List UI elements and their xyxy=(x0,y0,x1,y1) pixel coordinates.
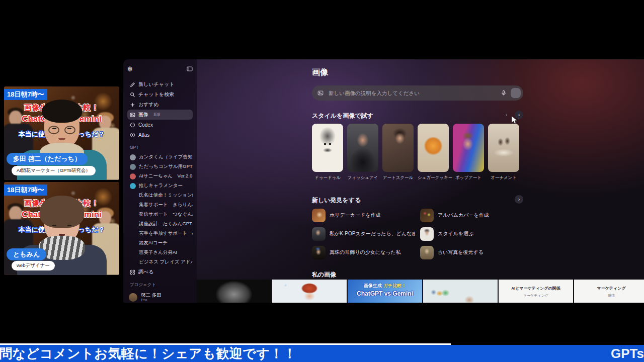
gpt-label: 恵美子さん分身AI xyxy=(139,249,177,256)
discover-item[interactable]: 私がK-POPスターだったら、どんな感じ？ xyxy=(312,227,415,241)
thumb-text: 画像生成 xyxy=(364,283,382,288)
sidebar-gpt-item[interactable]: 講座設計 たくみんGPT xyxy=(127,219,193,229)
style-card[interactable]: シュガークッキー xyxy=(418,124,449,181)
search-icon xyxy=(130,92,135,98)
my-image-thumb-chatgpt-vs-gemini[interactable]: 画像生成ガチ比較！ ChatGPT vs Gemini xyxy=(348,280,422,303)
chatgpt-logo-icon: ✻ xyxy=(127,66,133,72)
thumb-text: マーケティング xyxy=(574,286,644,291)
style-card-image-sugar-cookie xyxy=(418,124,449,172)
image-icon xyxy=(317,90,324,96)
discover-item[interactable]: ホリデーカードを作成 xyxy=(312,208,415,222)
sidebar-item-new-chat[interactable]: 新しいチャット xyxy=(127,79,193,89)
gpt-label: 推しキャラメンター xyxy=(139,183,183,189)
sidebar-gpt-item[interactable]: ビジネス ブレイズ アドバイザ… xyxy=(127,257,193,267)
sidebar-gpt-item[interactable]: 氏名は使命！ミッション鑑定士 xyxy=(127,191,193,200)
sidebar-item-explore[interactable]: 調べる xyxy=(127,267,193,277)
style-card-label: ドゥードゥル xyxy=(312,175,343,181)
chevron-left-icon[interactable]: ‹ xyxy=(502,111,511,119)
webcam-overlay-guest: 18日朝7時〜 画像生成 ガチ比較！ ChatGPT vs Gemini 本当に… xyxy=(4,182,119,275)
sidebar-gpt-item[interactable]: ただっちコンサル用GPT xyxy=(127,162,193,171)
gpt-avatar xyxy=(130,164,136,170)
sidebar-item-recommended[interactable]: おすすめ xyxy=(127,100,193,110)
gpt-avatar xyxy=(130,231,136,237)
style-card[interactable]: アートスクール xyxy=(382,124,414,181)
my-image-thumb-diagram-illustration[interactable] xyxy=(423,280,498,303)
gpt-section-header: GPT xyxy=(130,145,190,151)
discover-section-title: 新しい発見をする xyxy=(312,196,361,205)
sidebar-gpt-item[interactable]: 恵美子さん分身AI xyxy=(127,248,193,257)
new-chat-icon xyxy=(130,82,135,87)
discover-item[interactable]: アルバムカバーを作成 xyxy=(420,208,523,222)
sidebar: ✻ 新しいチャット チャットを検索 おすすめ 画像 新規 xyxy=(123,59,197,303)
codex-icon xyxy=(130,122,135,128)
sidebar-gpt-item[interactable]: 苦手を手放すサポート むす… xyxy=(127,229,193,238)
style-card[interactable]: ポップアート xyxy=(453,124,484,181)
discover-item[interactable]: 真珠の耳飾りの少女になった私 xyxy=(312,245,415,259)
stream-canvas: ✻ 新しいチャット チャットを検索 おすすめ 画像 新規 xyxy=(0,0,644,362)
prompt-bar[interactable] xyxy=(312,85,523,101)
chevron-right-icon[interactable]: › xyxy=(515,195,523,204)
gpt-avatar xyxy=(130,173,136,179)
gpt-label: ただっちコンサル用GPT xyxy=(139,163,193,170)
sidebar-item-label: 調べる xyxy=(138,268,153,276)
gpt-avatar xyxy=(130,202,136,208)
sidebar-item-codex[interactable]: Codex xyxy=(127,120,193,130)
gpt-label: 氏名は使命！ミッション鑑定士 xyxy=(139,192,193,199)
role-tag: AI開花マーケター（GPTs研究会） xyxy=(12,166,96,175)
sidebar-item-label: Atlas xyxy=(138,132,149,138)
style-card[interactable]: ドゥードゥル xyxy=(312,124,343,181)
style-card[interactable]: オーナメント xyxy=(488,124,519,181)
style-card-label: フィッシュアイ xyxy=(347,175,378,181)
my-image-thumb-monochrome-portrait[interactable] xyxy=(197,280,271,303)
discover-item[interactable]: スタイルを選ぶ xyxy=(420,227,523,241)
sidebar-gpt-item[interactable]: AIサニーちゃん Ver.2.0 xyxy=(127,171,193,181)
sidebar-gpt-item[interactable]: 集客サポート きらりんAI xyxy=(127,200,193,210)
sidebar-toggle-icon[interactable] xyxy=(187,66,193,72)
my-image-thumb-clay-character[interactable] xyxy=(272,280,347,303)
gpt-label: 苦手を手放すサポート むす… xyxy=(139,230,193,237)
sidebar-item-images[interactable]: 画像 新規 xyxy=(127,110,193,120)
style-card-label: オーナメント xyxy=(488,175,519,181)
style-card[interactable]: フィッシュアイ xyxy=(347,124,378,181)
thumb-text: マーケティング xyxy=(499,293,573,298)
discover-item[interactable]: 古い写真を復元する xyxy=(420,245,523,259)
projects-section-header: プロジェクト xyxy=(130,282,190,288)
profile-name: 啓二 多田 xyxy=(141,292,162,298)
sidebar-gpt-item[interactable]: カンタくん（ライブ告知ライ… xyxy=(127,152,193,162)
image-icon xyxy=(130,112,135,118)
sidebar-gpt-item[interactable]: 推しキャラメンター xyxy=(127,181,193,191)
gpt-avatar xyxy=(130,221,136,227)
sidebar-item-search-chats[interactable]: チャットを検索 xyxy=(127,89,193,100)
my-image-thumb-marketing-emotion-slide[interactable]: マーケティング 感情 xyxy=(574,280,644,303)
schedule-badge: 18日朝7時〜 xyxy=(4,185,47,196)
images-page: 画像 スタイルを画像で試す ‹ › ドゥードゥル フィッシュアイ アートスクール xyxy=(197,59,644,303)
discover-label: ホリデーカードを作成 xyxy=(330,212,380,219)
gpt-avatar xyxy=(130,250,136,256)
account-menu[interactable]: 啓二 多田 Pro xyxy=(127,292,193,302)
microphone-icon[interactable] xyxy=(501,90,507,96)
name-tag: ともみん xyxy=(7,248,46,260)
style-card-label: アートスクール xyxy=(382,175,414,181)
sidebar-item-atlas[interactable]: Atlas xyxy=(127,130,193,140)
voice-mode-button[interactable] xyxy=(511,88,521,98)
gpt-avatar xyxy=(130,212,136,218)
discover-label: 古い写真を復元する xyxy=(438,249,484,256)
ticker-right-text: GPTs xyxy=(611,346,644,361)
my-image-thumb-marketing-slide[interactable]: AIとマーケティングの関係 マーケティング xyxy=(499,280,573,303)
discover-thumb-choose-style xyxy=(420,227,434,241)
prompt-input[interactable] xyxy=(328,89,497,97)
schedule-badge: 18日朝7時〜 xyxy=(4,89,47,100)
gpt-avatar xyxy=(130,154,136,160)
gpt-label: 親友AIコーチ xyxy=(139,240,168,246)
discover-carousel-arrows: › xyxy=(515,195,523,204)
ticker-bar: 問などコメントお気軽に！シェアも歓迎です！！ GPTs xyxy=(0,345,644,362)
discover-thumb-pearl-earring xyxy=(312,246,326,259)
sidebar-gpt-item[interactable]: 親友AIコーチ xyxy=(127,238,193,248)
style-cards-row: ドゥードゥル フィッシュアイ アートスクール シュガークッキー ポップアート オ… xyxy=(312,124,519,181)
style-card-label: ポップアート xyxy=(453,175,484,181)
thumb-text: ChatGPT vs Gemini xyxy=(348,290,422,297)
sidebar-gpt-item[interactable]: 発信サポート つなぐんAI xyxy=(127,210,193,219)
gpt-label: 講座設計 たくみんGPT xyxy=(139,221,192,227)
style-card-image-ornament xyxy=(488,124,519,172)
sidebar-item-label: Codex xyxy=(138,122,153,128)
